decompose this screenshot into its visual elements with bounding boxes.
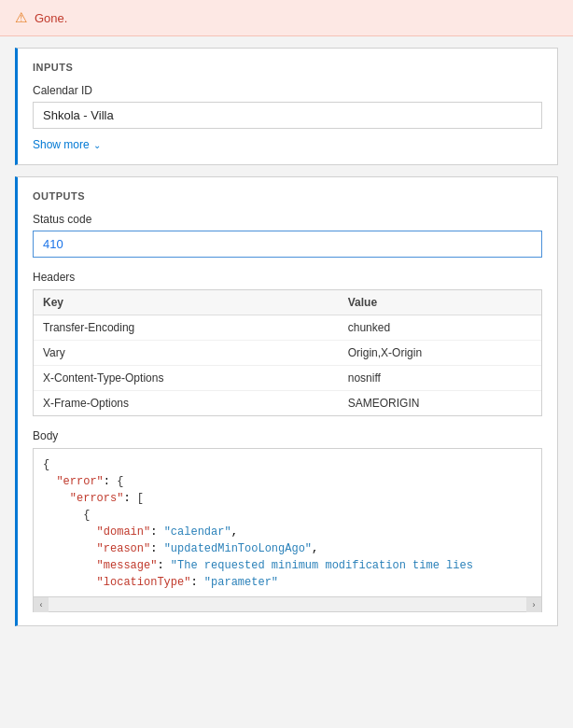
show-more-text: Show more — [33, 138, 90, 151]
calendar-id-field: Calendar ID Shkola - Villa — [33, 84, 542, 129]
headers-table-wrapper[interactable]: Key Value Transfer-EncodingchunkedVaryOr… — [33, 289, 542, 416]
table-row: X-Content-Type-Optionsnosniff — [34, 366, 541, 391]
headers-table-header-row: Key Value — [34, 290, 541, 315]
outputs-section: OUTPUTS Status code 410 Headers Key Valu… — [15, 176, 558, 626]
calendar-id-label: Calendar ID — [33, 84, 542, 97]
header-key-cell: Vary — [34, 341, 339, 366]
show-more-link[interactable]: Show more ⌄ — [33, 138, 101, 151]
error-banner: ⚠ Gone. — [0, 0, 573, 36]
header-value-cell: chunked — [339, 315, 541, 341]
inputs-section: INPUTS Calendar ID Shkola - Villa Show m… — [15, 48, 558, 165]
header-value-cell: Origin,X-Origin — [339, 341, 541, 366]
table-row: Transfer-Encodingchunked — [34, 315, 541, 341]
inputs-title: INPUTS — [33, 62, 542, 73]
table-row: X-Frame-OptionsSAMEORIGIN — [34, 391, 541, 416]
table-row: VaryOrigin,X-Origin — [34, 341, 541, 366]
body-content: { "error": { "errors": [ { "domain": "ca… — [34, 449, 541, 597]
headers-col-key: Key — [34, 290, 339, 315]
chevron-down-icon: ⌄ — [93, 140, 101, 150]
header-key-cell: X-Frame-Options — [34, 391, 339, 416]
main-content: INPUTS Calendar ID Shkola - Villa Show m… — [0, 36, 573, 637]
status-code-field: Status code 410 — [33, 213, 542, 258]
horizontal-scrollbar[interactable]: ‹ › — [33, 597, 542, 612]
h-scroll-track[interactable] — [50, 600, 524, 609]
error-message: Gone. — [35, 11, 67, 25]
headers-table: Key Value Transfer-EncodingchunkedVaryOr… — [34, 290, 541, 415]
scroll-right-button[interactable]: › — [526, 597, 541, 612]
status-code-value: 410 — [33, 231, 542, 258]
header-value-cell: SAMEORIGIN — [339, 391, 541, 416]
headers-label: Headers — [33, 271, 542, 284]
header-key-cell: Transfer-Encoding — [34, 315, 339, 341]
headers-section: Headers Key Value Transfer-Encodingchunk… — [33, 271, 542, 416]
header-key-cell: X-Content-Type-Options — [34, 366, 339, 391]
scroll-left-button[interactable]: ‹ — [34, 597, 49, 612]
headers-col-value: Value — [339, 290, 541, 315]
body-section: Body { "error": { "errors": [ { "domain"… — [33, 429, 542, 612]
body-label: Body — [33, 429, 542, 442]
calendar-id-value: Shkola - Villa — [33, 102, 542, 129]
outputs-title: OUTPUTS — [33, 190, 542, 202]
body-content-wrapper[interactable]: { "error": { "errors": [ { "domain": "ca… — [33, 448, 542, 597]
header-value-cell: nosniff — [339, 366, 541, 391]
status-code-label: Status code — [33, 213, 542, 226]
warning-icon: ⚠ — [15, 9, 27, 26]
